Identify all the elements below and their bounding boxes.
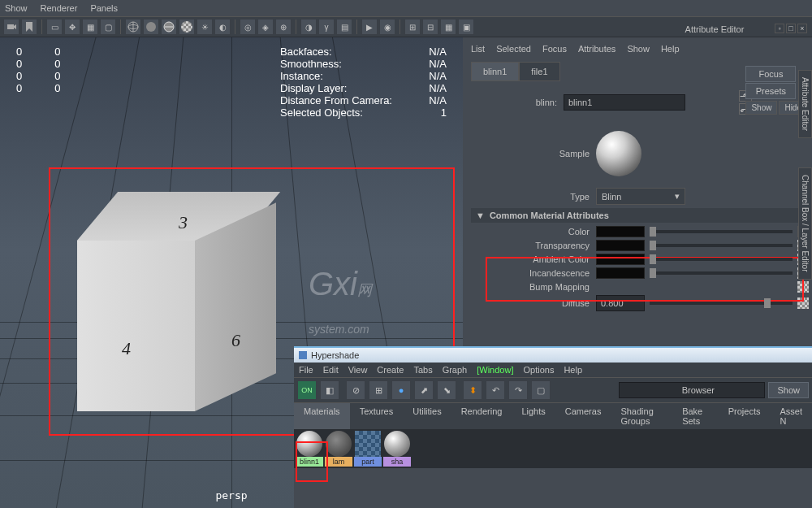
panel-title: Attribute Editor (650, 23, 780, 36)
attr-menu-list[interactable]: List (471, 44, 485, 54)
material-particle[interactable]: part (354, 431, 382, 467)
hs-tab-textures[interactable]: Textures (350, 403, 404, 429)
wireframe-icon[interactable] (125, 19, 141, 35)
hs-menu-file[interactable]: File (299, 365, 313, 375)
svg-rect-0 (7, 24, 14, 29)
hs-tab-projects[interactable]: Projects (719, 403, 771, 429)
menu-show[interactable]: Show (5, 3, 28, 13)
hud-stats: Backfaces:N/A Smoothness:N/A Instance:N/… (280, 46, 447, 119)
material-browser: blinn1 lam part sha (294, 429, 812, 468)
render-icon[interactable]: ▶ (361, 19, 378, 35)
hs-menu-window[interactable]: [Window] (477, 365, 513, 375)
hs-menu-help[interactable]: Help (564, 365, 582, 375)
input-output-icon[interactable]: ⬍ (463, 380, 482, 400)
textured-icon[interactable] (179, 19, 195, 35)
transparency-swatch[interactable] (596, 240, 645, 251)
hypershade-titlebar[interactable]: Hypershade (294, 348, 812, 363)
lights-icon[interactable]: ☀ (197, 19, 213, 35)
close-icon[interactable]: × (797, 24, 807, 33)
shadows-icon[interactable]: ◐ (214, 19, 231, 35)
sample-label: Sample (466, 149, 596, 158)
svg-point-4 (146, 22, 156, 32)
gamma-icon[interactable]: γ (318, 19, 335, 35)
isolate-icon[interactable]: ◎ (240, 19, 256, 35)
smooth-shade-icon[interactable] (143, 19, 159, 35)
hs-tab-bake-sets[interactable]: Bake Sets (672, 403, 719, 429)
select-camera-icon[interactable] (3, 19, 19, 35)
node-name-field[interactable] (564, 94, 685, 111)
show-downstream-icon[interactable]: ↷ (508, 380, 528, 400)
output-connections-icon[interactable]: ⬊ (437, 380, 456, 400)
wire-shaded-icon[interactable] (161, 19, 177, 35)
gate-mask-icon[interactable]: ⊟ (422, 19, 438, 35)
type-dropdown[interactable]: Blinn▾ (596, 188, 685, 205)
attr-menu: List Selected Focus Attributes Show Help (466, 41, 809, 57)
dock-icon[interactable]: ▫ (775, 24, 784, 33)
toggle-create-bar-icon[interactable]: ON (297, 380, 317, 400)
maximize-icon[interactable]: □ (786, 24, 796, 33)
clear-graph-icon[interactable]: ⊘ (346, 380, 365, 400)
show-upstream-icon[interactable]: ↶ (486, 380, 505, 400)
hs-menu-create[interactable]: Create (377, 365, 404, 375)
focus-button[interactable]: Focus (745, 66, 796, 82)
diffuse-slider[interactable] (650, 302, 793, 305)
exposure-icon[interactable]: ◑ (300, 19, 317, 35)
container-icon[interactable]: ▢ (531, 380, 551, 400)
image-plane-icon[interactable]: ▭ (46, 19, 63, 35)
bookmark-icon[interactable] (21, 19, 37, 35)
annotation-material (296, 441, 328, 482)
film-gate-icon[interactable]: ▢ (100, 19, 116, 35)
resolution-gate-icon[interactable]: ⊞ (404, 19, 421, 35)
hs-menu-graph[interactable]: Graph (443, 365, 468, 375)
hs-tab-shading-groups[interactable]: Shading Groups (611, 403, 672, 429)
attr-menu-help[interactable]: Help (661, 44, 680, 54)
presets-button[interactable]: Presets (745, 83, 796, 99)
color-swatch[interactable] (596, 226, 645, 237)
ipr-icon[interactable]: ◉ (379, 19, 395, 35)
hs-tab-materials[interactable]: Materials (294, 403, 350, 429)
rearrange-icon[interactable]: ⊞ (369, 380, 388, 400)
input-connections-icon[interactable]: ⬈ (414, 380, 434, 400)
graph-materials-icon[interactable]: ● (391, 380, 411, 400)
sidetab-channel-box[interactable]: Channel Box / Layer Editor (798, 167, 812, 280)
hs-tab-lights[interactable]: Lights (512, 403, 555, 429)
xray-joints-icon[interactable]: ⊕ (275, 19, 292, 35)
hs-tab-utilities[interactable]: Utilities (403, 403, 451, 429)
toggle-bins-icon[interactable]: ◧ (320, 380, 339, 400)
xray-icon[interactable]: ◈ (257, 19, 274, 35)
incand-slider[interactable] (650, 271, 793, 275)
show-button[interactable]: Show (745, 101, 777, 115)
hs-tab-cameras[interactable]: Cameras (555, 403, 611, 429)
hs-menu-edit[interactable]: Edit (323, 365, 339, 375)
view-transform-icon[interactable]: ▤ (336, 19, 352, 35)
tab-blinn1[interactable]: blinn1 (471, 62, 519, 81)
material-lambert[interactable]: lam (325, 431, 352, 467)
sidetab-attr-editor[interactable]: Attribute Editor (798, 70, 812, 138)
ambient-slider[interactable] (650, 258, 793, 261)
camera-label: persp (215, 489, 247, 501)
attr-menu-show[interactable]: Show (627, 44, 650, 54)
attr-menu-focus[interactable]: Focus (542, 44, 567, 54)
attr-menu-selected[interactable]: Selected (496, 44, 531, 54)
main-menubar: Show Renderer Panels (0, 0, 812, 16)
browser-show-button[interactable]: Show (768, 382, 809, 398)
hs-tab-rendering[interactable]: Rendering (451, 403, 512, 429)
material-shader[interactable]: sha (383, 431, 411, 467)
common-attrs-header[interactable]: ▼ Common Material Attributes (471, 208, 804, 223)
tab-file1[interactable]: file1 (519, 62, 559, 81)
hs-menu-view[interactable]: View (348, 365, 368, 375)
menu-renderer[interactable]: Renderer (41, 3, 78, 13)
grid-icon[interactable]: ▦ (82, 19, 98, 35)
hypershade-menubar: File Edit View Create Tabs Graph [Window… (294, 363, 812, 377)
transparency-slider[interactable] (650, 244, 793, 247)
field-chart-icon[interactable]: ▦ (440, 19, 456, 35)
hs-menu-tabs[interactable]: Tabs (413, 365, 432, 375)
2d-pan-icon[interactable]: ✥ (64, 19, 80, 35)
hs-tab-asset[interactable]: Asset N (770, 403, 812, 429)
hypershade-app-icon (299, 351, 307, 359)
color-slider[interactable] (650, 230, 793, 233)
safe-action-icon[interactable]: ▣ (458, 19, 474, 35)
attr-menu-attributes[interactable]: Attributes (578, 44, 615, 54)
menu-panels[interactable]: Panels (90, 3, 118, 13)
hs-menu-options[interactable]: Options (523, 365, 554, 375)
